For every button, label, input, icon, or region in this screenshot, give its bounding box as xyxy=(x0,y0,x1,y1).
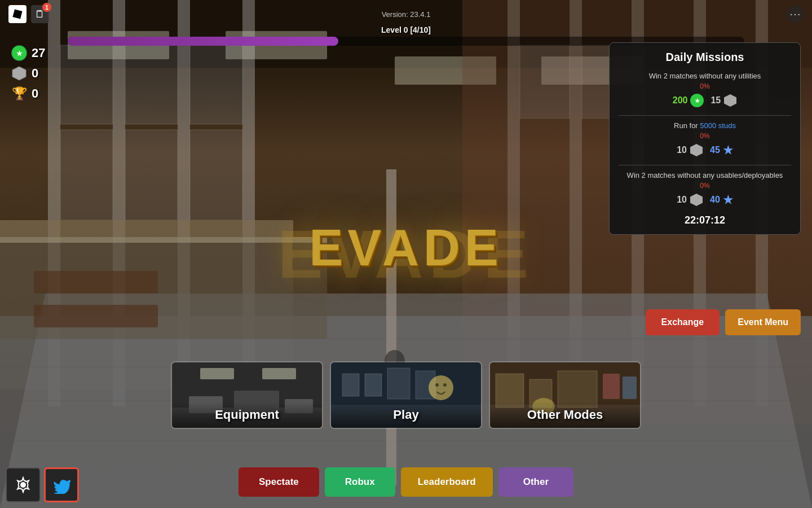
svg-rect-8 xyxy=(242,0,255,406)
trophy-icon: 🏆 xyxy=(11,86,27,102)
star-reward-icon-3: ★ xyxy=(723,193,733,207)
play-card[interactable]: Play xyxy=(330,361,482,429)
star-amount: 45 xyxy=(710,145,720,155)
leaderboard-button[interactable]: Leaderboard xyxy=(401,467,493,497)
svg-rect-6 xyxy=(113,0,125,406)
svg-point-60 xyxy=(435,383,439,387)
svg-rect-7 xyxy=(178,0,190,406)
hex-amount: 15 xyxy=(710,95,721,106)
hex-stat-row: 0 xyxy=(11,65,45,81)
hex-value: 0 xyxy=(32,66,38,81)
missions-title: Daily Missions xyxy=(619,51,791,64)
svg-rect-55 xyxy=(342,374,359,396)
mission-2-text: Run for 5000 studs xyxy=(619,121,791,130)
robux-button[interactable]: Robux xyxy=(325,467,395,497)
top-bar: 🗒 1 Version: 23.4.1 ⋯ xyxy=(0,0,812,28)
svg-rect-51 xyxy=(200,368,234,379)
xp-amount: 200 xyxy=(673,95,688,106)
mission-2-hex-reward: 10 xyxy=(677,143,703,157)
hex-amount-2: 10 xyxy=(677,145,687,155)
roblox-logo xyxy=(8,5,27,23)
xp-reward-icon: ★ xyxy=(690,94,704,107)
mission-1: Win 2 matches without any utilities 0% 2… xyxy=(619,72,791,107)
mission-2-star-reward: 45 ★ xyxy=(710,143,733,157)
hex-reward-icon xyxy=(723,94,737,107)
svg-rect-52 xyxy=(262,368,296,379)
svg-marker-41 xyxy=(12,67,26,80)
svg-marker-44 xyxy=(690,144,703,156)
hex-icon xyxy=(11,65,27,81)
mission-1-hex-reward: 15 xyxy=(710,94,737,107)
main-menu: Equipment Play xyxy=(171,361,641,429)
other-button[interactable]: Other xyxy=(498,467,573,497)
xp-value: 27 xyxy=(32,46,45,60)
star-amount-3: 40 xyxy=(710,195,720,205)
action-buttons: Exchange Event Menu xyxy=(646,309,801,335)
notification-button[interactable]: 🗒 1 xyxy=(31,5,49,23)
svg-rect-23 xyxy=(520,45,570,119)
svg-rect-17 xyxy=(508,0,520,406)
svg-rect-35 xyxy=(34,305,158,327)
version-text: Version: 23.4.1 xyxy=(382,10,431,19)
svg-rect-32 xyxy=(0,237,327,339)
hex-reward-icon-2 xyxy=(690,143,703,157)
svg-rect-12 xyxy=(60,130,113,220)
mission-3-star-reward: 40 ★ xyxy=(710,193,733,207)
bottom-buttons: Spectate Robux Leaderboard Other xyxy=(239,467,573,497)
svg-rect-68 xyxy=(623,376,637,399)
other-modes-label: Other Modes xyxy=(490,402,640,428)
settings-button[interactable] xyxy=(6,467,41,502)
mission-3-text: Win 2 matches without any usables/deploy… xyxy=(619,171,791,179)
mission-3-hex-reward: 10 xyxy=(677,193,703,207)
stats-panel: ★ 27 0 🏆 0 xyxy=(11,45,45,102)
other-modes-card[interactable]: Other Modes xyxy=(489,361,641,429)
svg-point-59 xyxy=(429,375,453,400)
star-reward-icon: ★ xyxy=(723,143,733,157)
mission-3-rewards: 10 40 ★ xyxy=(619,193,791,207)
equipment-label: Equipment xyxy=(172,402,322,428)
svg-rect-36 xyxy=(386,169,396,485)
svg-point-70 xyxy=(20,482,26,488)
missions-divider-2 xyxy=(619,165,791,165)
xp-level-text: Level 0 [4/10] xyxy=(381,25,431,34)
svg-rect-9 xyxy=(60,45,113,124)
svg-rect-34 xyxy=(34,271,158,294)
spectate-button[interactable]: Spectate xyxy=(239,467,319,497)
svg-point-61 xyxy=(443,383,447,387)
mission-1-xp-reward: 200 ★ xyxy=(673,94,704,107)
notification-badge: 1 xyxy=(42,3,51,12)
twitter-icon xyxy=(52,476,70,494)
svg-rect-15 xyxy=(0,220,293,237)
svg-rect-11 xyxy=(190,45,242,124)
svg-text:★: ★ xyxy=(695,98,700,104)
svg-rect-13 xyxy=(125,130,178,220)
missions-divider-1 xyxy=(619,115,791,116)
trophy-stat-row: 🏆 0 xyxy=(11,86,45,102)
xp-icon: ★ xyxy=(11,45,27,61)
hex-amount-3: 10 xyxy=(677,195,687,205)
mission-2-highlight: 5000 studs xyxy=(700,121,736,130)
svg-marker-45 xyxy=(690,194,703,206)
equipment-card[interactable]: Equipment xyxy=(171,361,323,429)
svg-rect-38 xyxy=(12,9,22,19)
xp-stat-row: ★ 27 xyxy=(11,45,45,61)
more-button[interactable]: ⋯ xyxy=(787,6,804,23)
mission-3-progress: 0% xyxy=(619,182,791,190)
mission-3: Win 2 matches without any usables/deploy… xyxy=(619,171,791,207)
mission-2-progress: 0% xyxy=(619,132,791,140)
missions-timer: 22:07:12 xyxy=(619,214,791,226)
svg-rect-33 xyxy=(0,237,327,243)
svg-rect-5 xyxy=(48,0,60,406)
mission-2: Run for 5000 studs 0% 10 45 ★ xyxy=(619,121,791,157)
svg-rect-14 xyxy=(190,130,242,220)
twitter-button[interactable] xyxy=(44,467,79,502)
exchange-button[interactable]: Exchange xyxy=(646,309,720,335)
trophy-value: 0 xyxy=(32,86,38,101)
event-menu-button[interactable]: Event Menu xyxy=(725,309,801,335)
utility-buttons xyxy=(6,467,79,502)
mission-1-progress: 0% xyxy=(619,82,791,90)
svg-text:★: ★ xyxy=(16,50,23,58)
svg-rect-18 xyxy=(570,0,582,406)
svg-rect-10 xyxy=(125,45,178,124)
daily-missions-panel: Daily Missions Win 2 matches without any… xyxy=(609,42,801,235)
